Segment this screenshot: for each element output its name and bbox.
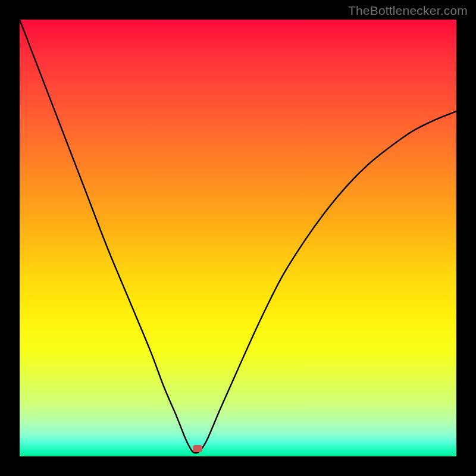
optimal-point-marker — [193, 445, 202, 452]
plot-area — [20, 20, 456, 456]
watermark-text: TheBottlenecker.com — [348, 4, 468, 18]
chart-frame: TheBottlenecker.com — [0, 0, 476, 476]
bottleneck-curve — [20, 20, 456, 456]
